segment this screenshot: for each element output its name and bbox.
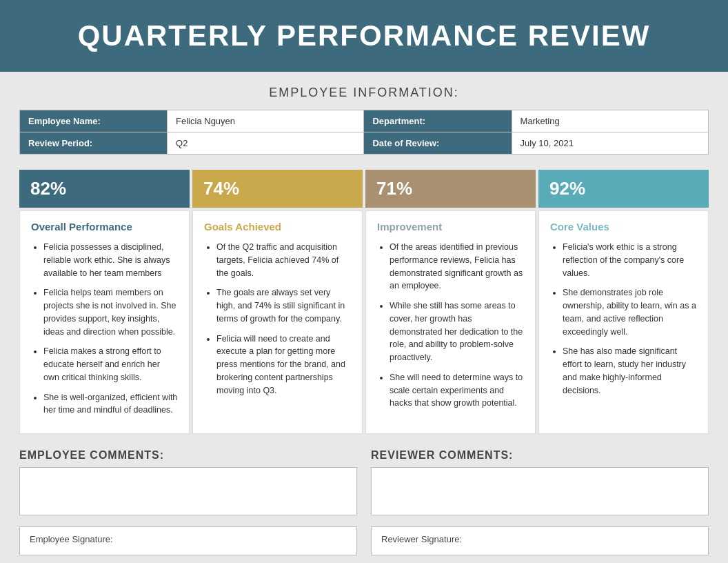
date-label: Date of Review: — [364, 132, 512, 155]
name-value: Felicia Nguyen — [168, 110, 364, 132]
list-item: She is well-organized, efficient with he… — [43, 391, 178, 417]
employee-signature: Employee Signature: — [19, 526, 357, 555]
list-item: Felicia's work ethic is a strong reflect… — [563, 241, 697, 279]
list-item: She will need to determine ways to scale… — [390, 371, 524, 410]
reviewer-signature: Reviewer Signature: — [371, 526, 709, 555]
score-box: 71% — [365, 170, 536, 208]
page-title: QUARTERLY PERFORMANCE REVIEW — [14, 19, 714, 52]
signature-row: Employee Signature: Reviewer Signature: — [19, 526, 709, 555]
dept-value: Marketing — [512, 110, 708, 132]
name-label: Employee Name: — [20, 110, 168, 132]
list-item: While she still has some areas to cover,… — [390, 299, 524, 364]
list-item: The goals are always set very high, and … — [216, 286, 351, 325]
list-item: Of the Q2 traffic and acquisition target… — [216, 241, 351, 279]
employee-comments-label: EMPLOYEE COMMENTS: — [19, 449, 357, 462]
review-columns: Overall PerformanceFelicia possesses a d… — [19, 210, 709, 434]
list-item: Felicia possesses a disciplined, reliabl… — [43, 241, 178, 279]
page-header: QUARTERLY PERFORMANCE REVIEW — [0, 0, 728, 72]
employee-info-table: Employee Name: Felicia Nguyen Department… — [19, 110, 709, 155]
employee-comment-box[interactable] — [19, 467, 357, 515]
reviewer-comment-box[interactable] — [371, 467, 709, 515]
date-value: July 10, 2021 — [512, 132, 708, 155]
review-column-1: Goals AchievedOf the Q2 traffic and acqu… — [192, 210, 363, 434]
list-item: Felicia helps team members on projects s… — [43, 286, 178, 338]
score-box: 74% — [192, 170, 363, 208]
reviewer-comment-block: REVIEWER COMMENTS: — [371, 449, 709, 515]
list-item: She demonstrates job role ownership, abi… — [563, 286, 697, 338]
col-title-1: Goals Achieved — [204, 221, 351, 233]
period-label: Review Period: — [20, 132, 168, 155]
col-title-3: Core Values — [550, 221, 697, 233]
period-value: Q2 — [168, 132, 364, 155]
review-column-2: ImprovementOf the areas identified in pr… — [365, 210, 536, 434]
score-box: 82% — [19, 170, 190, 208]
scores-row: 82%74%71%92% — [19, 170, 709, 208]
comments-section: EMPLOYEE COMMENTS: REVIEWER COMMENTS: — [19, 449, 709, 515]
dept-label: Department: — [364, 110, 512, 132]
col-title-0: Overall Performance — [31, 221, 178, 233]
employee-info-title: EMPLOYEE INFORMATION: — [19, 86, 709, 100]
reviewer-comments-label: REVIEWER COMMENTS: — [371, 449, 709, 462]
score-box: 92% — [538, 170, 709, 208]
list-item: She has also made significant effort to … — [563, 345, 697, 397]
list-item: Of the areas identified in previous perf… — [390, 241, 524, 293]
employee-comment-block: EMPLOYEE COMMENTS: — [19, 449, 357, 515]
review-column-3: Core ValuesFelicia's work ethic is a str… — [538, 210, 709, 434]
review-column-0: Overall PerformanceFelicia possesses a d… — [19, 210, 190, 434]
col-title-2: Improvement — [377, 221, 524, 233]
list-item: Felicia will need to create and execute … — [216, 333, 351, 397]
list-item: Felicia makes a strong effort to educate… — [43, 345, 178, 384]
